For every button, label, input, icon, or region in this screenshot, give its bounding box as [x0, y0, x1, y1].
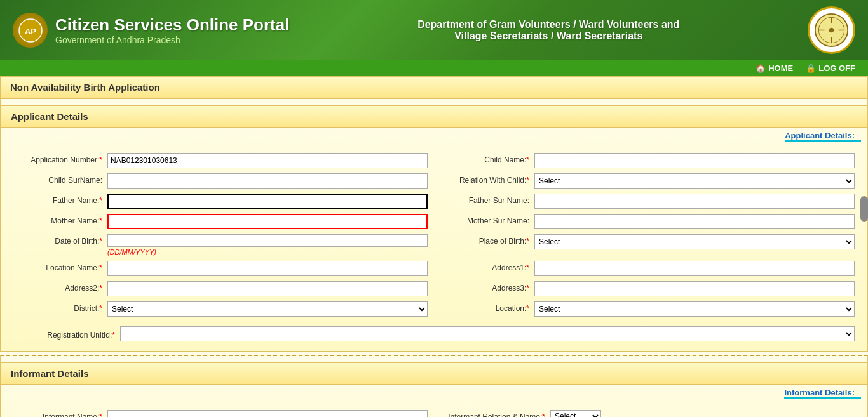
location-name-label: Location Name:*: [13, 261, 102, 272]
father-surName-label: Father Sur Name:: [440, 194, 529, 205]
relation-select[interactable]: Select Father Mother Guardian: [534, 173, 855, 189]
home-icon: 🏠: [756, 63, 766, 73]
registration-unit-row: Registration UnitId:*: [1, 323, 867, 345]
portal-subtitle: Government of Andhra Pradesh: [55, 35, 289, 45]
address3-row: Address3:*: [440, 281, 855, 296]
informant-details-section: Informant Details Informant Details: Inf…: [0, 355, 868, 417]
child-surname-label: Child SurName:: [13, 173, 102, 185]
dob-input[interactable]: [107, 234, 428, 247]
location-select[interactable]: Select: [534, 301, 855, 317]
address1-label: Address1:*: [440, 261, 529, 272]
svg-text:AP: AP: [828, 28, 834, 34]
address2-row: Address2:*: [13, 281, 428, 296]
dob-row: Date of Birth:* (DD/MM/YYYY): [13, 234, 428, 256]
mother-surName-label: Mother Sur Name:: [440, 214, 529, 225]
address1-input[interactable]: [534, 261, 855, 276]
place-of-birth-label: Place of Birth:*: [440, 234, 529, 246]
place-of-birth-row: Place of Birth:* Select: [440, 234, 855, 256]
district-label: District:*: [13, 301, 102, 313]
informant-name-input[interactable]: [107, 410, 428, 417]
header-title-block: Citizen Services Online Portal Governmen…: [55, 15, 289, 45]
main-content: Non Availability Birth Application Appli…: [0, 76, 868, 417]
mother-name-input[interactable]: [107, 214, 428, 229]
emblem-logo: AP: [808, 6, 855, 54]
dob-container: (DD/MM/YYYY): [107, 234, 428, 256]
father-name-label: Father Name:*: [13, 194, 102, 205]
place-of-birth-select[interactable]: Select: [534, 234, 855, 249]
child-name-row: Child Name:*: [440, 153, 855, 168]
child-surname-input[interactable]: [107, 173, 428, 189]
child-name-input[interactable]: [534, 153, 855, 168]
address2-label: Address2:*: [13, 281, 102, 293]
mother-name-row: Mother Name:*: [13, 214, 428, 229]
reg-unit-select[interactable]: [120, 326, 855, 341]
informant-details-label: Informant Details:: [784, 388, 861, 399]
location-row: Location:* Select: [440, 301, 855, 317]
ap-logo: AP: [13, 13, 48, 48]
lock-icon: 🔒: [806, 63, 816, 73]
applicant-form-grid: Application Number:* Child Name:* Child …: [1, 150, 867, 323]
page-title-bar: Non Availability Birth Application: [0, 76, 868, 98]
applicant-details-section: Applicant Details Applicant Details: App…: [0, 98, 868, 352]
reg-unit-label: Registration UnitId:*: [13, 328, 115, 340]
child-name-label: Child Name:*: [440, 153, 529, 164]
informant-section-heading: Informant Details: [1, 362, 867, 385]
location-label: Location:*: [440, 301, 529, 313]
relation-label: Relation With Child:*: [440, 173, 529, 185]
scrollbar[interactable]: [860, 196, 868, 222]
location-name-row: Location Name:*: [13, 261, 428, 276]
informant-name-label: Informant Name:*: [13, 410, 102, 417]
header-department: Department of Gram Volunteers / Ward Vol…: [289, 19, 808, 42]
informant-form-grid: Informant Name:* Informant Relation & Na…: [1, 407, 867, 417]
svg-text:AP: AP: [24, 27, 36, 36]
navbar: 🏠 HOME 🔒 LOG OFF: [0, 60, 868, 76]
informant-name-row: Informant Name:*: [13, 410, 428, 417]
location-name-input[interactable]: [107, 261, 428, 276]
home-link[interactable]: 🏠 HOME: [756, 63, 793, 73]
address3-input[interactable]: [534, 281, 855, 296]
page-title-text: Non Availability Birth Application: [10, 82, 160, 93]
mother-surname-input[interactable]: [534, 214, 855, 229]
portal-title: Citizen Services Online Portal: [55, 15, 289, 35]
father-name-input[interactable]: [107, 194, 428, 209]
mother-name-label: Mother Name:*: [13, 214, 102, 225]
child-surname-row: Child SurName:: [13, 173, 428, 189]
district-row: District:* Select: [13, 301, 428, 317]
address3-label: Address3:*: [440, 281, 529, 293]
date-hint: (DD/MM/YYYY): [107, 248, 428, 256]
application-number-input[interactable]: [107, 153, 428, 168]
district-select[interactable]: Select: [107, 301, 428, 317]
father-surname-input[interactable]: [534, 194, 855, 209]
applicant-section-heading: Applicant Details: [1, 105, 867, 128]
dept-line2: Village Secretariats / Ward Secretariats: [302, 30, 795, 42]
application-number-row: Application Number:*: [13, 153, 428, 168]
address2-input[interactable]: [107, 281, 428, 296]
informant-label-container: Informant Details:: [1, 385, 867, 407]
informant-relation-row: Informant Relation & Name:* Select: [440, 410, 855, 417]
relation-row: Relation With Child:* Select Father Moth…: [440, 173, 855, 189]
application-number-label: Application Number:*: [13, 153, 102, 164]
father-name-row: Father Name:*: [13, 194, 428, 209]
mother-surname-row: Mother Sur Name:: [440, 214, 855, 229]
address1-row: Address1:*: [440, 261, 855, 276]
informant-relation-label: Informant Relation & Name:*: [440, 410, 545, 417]
header-left: AP Citizen Services Online Portal Govern…: [13, 13, 289, 48]
informant-relation-select[interactable]: Select: [550, 410, 601, 417]
dept-line1: Department of Gram Volunteers / Ward Vol…: [302, 19, 795, 30]
logoff-link[interactable]: 🔒 LOG OFF: [806, 63, 855, 73]
page-header: AP Citizen Services Online Portal Govern…: [0, 0, 868, 60]
dob-label: Date of Birth:*: [13, 234, 102, 246]
applicant-details-label: Applicant Details:: [785, 131, 861, 142]
father-surname-row: Father Sur Name:: [440, 194, 855, 209]
applicant-label-container: Applicant Details:: [1, 128, 867, 150]
